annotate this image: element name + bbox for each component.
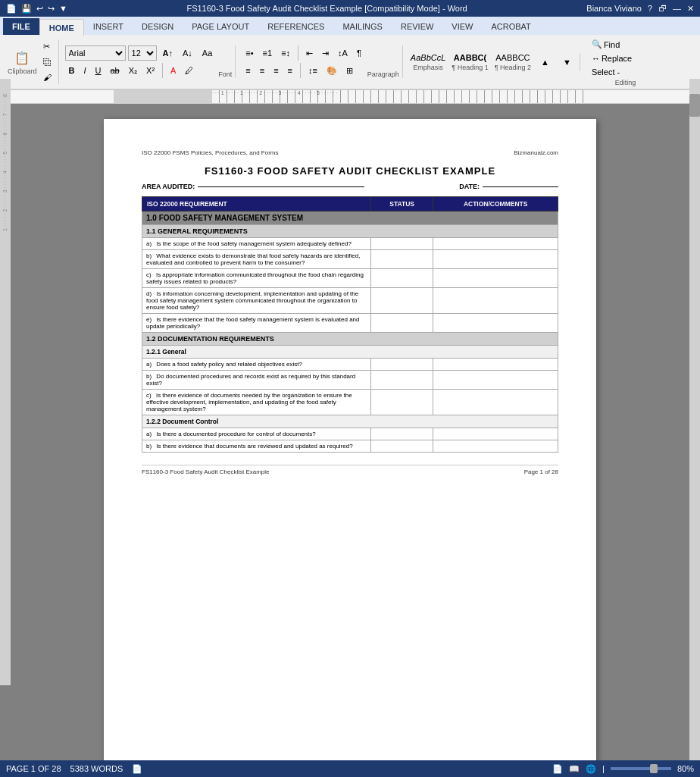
increase-font-button[interactable]: A↑ [159, 46, 177, 60]
language-icon: 📄 [132, 764, 142, 774]
line-spacing-button[interactable]: ↕≡ [305, 64, 321, 77]
help-button[interactable]: ? [648, 4, 652, 13]
clear-format-button[interactable]: Aa [198, 46, 216, 60]
subsection-header-1-1: 1.1 GENERAL REQUIREMENTS [142, 225, 558, 238]
undo-icon[interactable]: ↩ [36, 4, 43, 14]
copy-button[interactable]: ⿻ [39, 55, 55, 69]
bold-button[interactable]: B [65, 64, 79, 77]
action-cell-1-2-1-a [433, 359, 558, 371]
justify-button[interactable]: ≡ [284, 64, 296, 77]
customize-icon[interactable]: ▼ [59, 4, 67, 13]
align-left-button[interactable]: ≡ [242, 64, 254, 77]
zoom-slider[interactable] [611, 767, 671, 770]
document-main-title: FS1160-3 FOOD SAFETY AUDIT CHECKLIST EXA… [142, 165, 558, 177]
status-cell-1-2-1-b [370, 371, 433, 390]
item-text: Is there evidence of documents needed by… [146, 392, 352, 412]
subsection-1-2-label: 1.2 DOCUMENTATION REQUIREMENTS [142, 333, 558, 346]
align-right-button[interactable]: ≡ [270, 64, 282, 77]
item-text: Is there a documented procedure for cont… [156, 431, 315, 437]
style-heading2[interactable]: AABBCC [495, 53, 530, 62]
styles-scroll-down[interactable]: ▼ [559, 55, 575, 69]
item-letter: e) [146, 316, 152, 323]
decrease-font-button[interactable]: A↓ [179, 46, 196, 60]
tab-view[interactable]: VIEW [442, 18, 482, 35]
redo-icon[interactable]: ↪ [48, 4, 55, 14]
decrease-indent-button[interactable]: ⇤ [302, 46, 317, 61]
superscript-button[interactable]: X² [142, 64, 158, 77]
replace-button[interactable]: ↔ Replace [588, 52, 636, 65]
req-cell-1-1-a: a) Is the scope of the food safety manag… [142, 238, 371, 250]
web-layout-icon[interactable]: 🌐 [586, 764, 596, 774]
shading-button[interactable]: 🎨 [323, 64, 341, 78]
strikethrough-button[interactable]: ab [107, 64, 123, 77]
tab-bar: FILE HOME INSERT DESIGN PAGE LAYOUT REFE… [0, 17, 700, 35]
paragraph-section: ≡• ≡1 ≡↕ ⇤ ⇥ ↕A ¶ ≡ ≡ ≡ ≡ ↕≡ 🎨 [239, 45, 403, 78]
multilevel-button[interactable]: ≡↕ [277, 46, 294, 60]
status-bar: PAGE 1 OF 28 5383 WORDS 📄 📄 📖 🌐 | 80% [0, 760, 700, 777]
cut-button[interactable]: ✂ [39, 39, 55, 54]
document-page: ISO 22000 FSMS Policies, Procedures, and… [104, 119, 596, 763]
word-icon: 📄 [6, 4, 17, 14]
item-letter: c) [146, 392, 152, 399]
subsubsection-header-1-2-1: 1.2.1 General [142, 346, 558, 359]
tab-page-layout[interactable]: PAGE LAYOUT [183, 18, 258, 35]
increase-indent-button[interactable]: ⇥ [318, 46, 333, 61]
select-button[interactable]: Select - [588, 65, 636, 79]
bullets-button[interactable]: ≡• [242, 46, 257, 60]
format-painter-button[interactable]: 🖌 [39, 70, 55, 84]
item-letter: a) [146, 240, 152, 247]
tab-references[interactable]: REFERENCES [258, 18, 333, 35]
close-button[interactable]: ✕ [687, 4, 694, 14]
paragraph-label: Paragraph [367, 70, 399, 78]
col-header-status: STATUS [370, 197, 433, 211]
font-section: Arial 12 A↑ A↓ Aa B I U ab X₂ X² [62, 45, 236, 78]
border-button[interactable]: ⊞ [342, 64, 357, 78]
sort-button[interactable]: ↕A [334, 46, 352, 60]
tab-home[interactable]: HOME [39, 19, 84, 36]
req-cell-1-2-2-b: b) Is there evidence that documents are … [142, 440, 371, 453]
paste-button[interactable]: 📋 [11, 49, 33, 67]
tab-acrobat[interactable]: ACROBAT [482, 18, 539, 35]
align-center-button[interactable]: ≡ [256, 64, 268, 77]
tab-review[interactable]: REVIEW [392, 18, 442, 35]
reading-view-icon[interactable]: 📖 [569, 764, 580, 774]
print-layout-icon[interactable]: 📄 [552, 764, 563, 774]
underline-button[interactable]: U [92, 64, 105, 77]
quick-save-icon[interactable]: 💾 [21, 4, 32, 14]
tab-mailings[interactable]: MAILINGS [333, 18, 392, 35]
tab-file[interactable]: FILE [3, 18, 39, 35]
item-text: Is the scope of the food safety manageme… [156, 240, 352, 247]
tab-design[interactable]: DESIGN [133, 18, 183, 35]
action-cell-1-2-2-a [433, 428, 558, 440]
footer-right: Page 1 of 28 [524, 468, 558, 475]
numbering-button[interactable]: ≡1 [259, 46, 277, 60]
page-footer: FS1160-3 Food Safety Audit Checklist Exa… [142, 465, 558, 475]
show-hide-button[interactable]: ¶ [353, 46, 365, 60]
styles-scroll-up[interactable]: ▲ [537, 55, 553, 69]
highlight-button[interactable]: 🖊 [181, 64, 197, 77]
style-emphasis[interactable]: AaBbCcL [411, 53, 445, 62]
vertical-scrollbar[interactable] [689, 104, 700, 760]
area-line [198, 186, 364, 187]
italic-button[interactable]: I [80, 64, 89, 77]
table-row: a) Is there a documented procedure for c… [142, 428, 558, 440]
tab-insert[interactable]: INSERT [84, 18, 133, 35]
style-heading1[interactable]: AABBC( [454, 53, 486, 62]
subscript-button[interactable]: X₂ [125, 64, 141, 78]
font-size-select[interactable]: 12 [128, 45, 157, 61]
minimize-button[interactable]: — [673, 4, 681, 13]
action-cell-1-1-e [433, 314, 558, 333]
area-label: AREA AUDITED: [142, 183, 195, 190]
table-row: a) Is the scope of the food safety manag… [142, 238, 558, 250]
find-button[interactable]: 🔍 Find [588, 37, 636, 52]
style-heading2-label: ¶ Heading 2 [495, 64, 531, 71]
req-cell-1-1-b: b) What evidence exists to demonstrate t… [142, 250, 371, 269]
font-color-button[interactable]: A [167, 64, 180, 77]
page-header: ISO 22000 FSMS Policies, Procedures, and… [142, 149, 558, 156]
restore-button[interactable]: 🗗 [658, 4, 667, 13]
item-text: Is there evidence that the food safety m… [146, 316, 360, 330]
item-text: Do documented procedures and records exi… [146, 373, 355, 387]
font-family-select[interactable]: Arial [65, 45, 126, 61]
title-bar-left: 📄 💾 ↩ ↪ ▼ [6, 4, 67, 14]
area-date-row: AREA AUDITED: DATE: [142, 183, 558, 190]
